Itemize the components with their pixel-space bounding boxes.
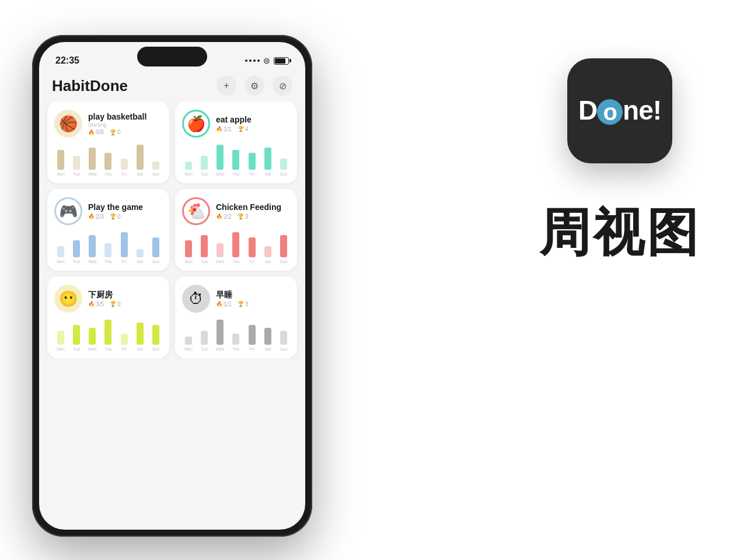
phone-screen: 22:35 ⊜ HabitDone + ⚙	[39, 42, 305, 530]
habit-header-sleep: ⏱ 早睡 🔥1/1 🏆3	[182, 285, 290, 313]
bar-day-label: Tue	[201, 347, 208, 351]
bar-col: Sun	[277, 159, 290, 176]
habit-stats-game: 🔥2/3 🏆0	[88, 214, 162, 220]
bar-day-label: Wed	[88, 347, 96, 351]
phone-mockup: 22:35 ⊜ HabitDone + ⚙	[32, 35, 336, 548]
bar	[104, 320, 111, 345]
habit-stats-sleep: 🔥1/1 🏆3	[216, 301, 290, 307]
bar-col: Sun	[149, 162, 162, 176]
bar-day-label: Thu	[232, 260, 239, 264]
bar	[249, 325, 256, 345]
progress-stat-apple: 🔥1/1	[216, 126, 232, 132]
bar-day-label: Mon	[57, 260, 65, 264]
habit-header-game: 🎮 Play the game 🔥2/3 🏆0	[54, 197, 162, 225]
bar-col: Fri	[118, 232, 131, 264]
habit-name-chicken: Chicken Feeding	[216, 202, 290, 212]
habit-card-chicken[interactable]: 🐔 Chicken Feeding 🔥2/2 🏆3 MonTueWedThuFr…	[175, 189, 297, 271]
right-panel: Done! 周视图	[539, 58, 700, 268]
bar-day-label: Mon	[57, 172, 65, 176]
bar	[280, 159, 287, 170]
bar-day-label: Sun	[152, 347, 159, 351]
bar	[121, 232, 128, 257]
streak-stat-game: 🏆0	[110, 214, 121, 220]
bar-col: Fri	[246, 325, 259, 351]
bar-day-label: Fri	[250, 260, 254, 264]
signal-icon	[245, 60, 260, 62]
bar-col: Wed	[214, 320, 226, 351]
bar-col: Thu	[102, 243, 114, 264]
app-icon-label: Done!	[578, 97, 661, 125]
bar	[137, 249, 144, 257]
bar-chart-cook: MonTueWedThuFriSatSun	[54, 317, 162, 352]
progress-stat-sleep: 🔥1/1	[216, 301, 232, 307]
bar-day-label: Sat	[265, 347, 271, 351]
bar-col: Mon	[54, 150, 67, 176]
bar-col: Wed	[214, 145, 226, 176]
habit-info-basketball: play basketball Starting 🔥0/8 🏆0	[88, 112, 162, 136]
bar-day-label: Thu	[104, 260, 111, 264]
bar-chart-apple: MonTueWedThuFriSatSun	[182, 142, 290, 177]
bar	[185, 240, 192, 257]
bar-day-label: Sat	[265, 260, 271, 264]
bar	[89, 148, 96, 170]
bar	[185, 337, 192, 345]
bar-col: Tue	[198, 235, 211, 264]
bar	[137, 323, 144, 345]
habit-card-sleep[interactable]: ⏱ 早睡 🔥1/1 🏆3 MonTueWedThuFriSatSun	[175, 276, 297, 358]
app-title: HabitDone	[52, 77, 128, 95]
bar-col: Thu	[229, 334, 242, 351]
bar-col: Sat	[261, 246, 274, 264]
bar-day-label: Wed	[216, 260, 224, 264]
bar-chart-sleep: MonTueWedThuFriSatSun	[182, 317, 290, 352]
bar-col: Sun	[149, 325, 162, 351]
habit-card-cook[interactable]: 😶 下厨房 🔥3/5 🏆0 MonTueWedThuFriSatSun	[47, 276, 169, 358]
progress-stat-cook: 🔥3/5	[88, 301, 104, 307]
bar-col: Thu	[229, 150, 242, 176]
status-time: 22:35	[55, 55, 79, 66]
bar-day-label: Fri	[250, 347, 254, 351]
bar-day-label: Sun	[152, 260, 159, 264]
bar-day-label: Fri	[122, 172, 127, 176]
habit-card-apple[interactable]: 🍎 eat apple 🔥1/1 🏆4 MonTueWedThuFriSatSu…	[175, 102, 297, 183]
habit-name-cook: 下厨房	[88, 290, 162, 300]
filter-button[interactable]: ⊘	[273, 76, 292, 96]
bar-day-label: Sun	[280, 172, 287, 176]
bar-col: Mon	[182, 162, 195, 176]
bar-col: Sat	[261, 148, 274, 176]
bar-day-label: Wed	[88, 172, 96, 176]
bar-day-label: Mon	[184, 347, 193, 351]
habit-header-chicken: 🐔 Chicken Feeding 🔥2/2 🏆3	[182, 197, 290, 225]
bar	[201, 156, 208, 170]
streak-stat: 🏆0	[110, 129, 121, 135]
bar	[104, 153, 111, 170]
bar	[57, 331, 64, 345]
bar-col: Thu	[102, 320, 114, 351]
bar-day-label: Wed	[216, 347, 224, 351]
bar	[201, 235, 208, 257]
add-button[interactable]: +	[217, 76, 236, 96]
header-actions: + ⚙ ⊘	[217, 76, 292, 96]
progress-stat-chicken: 🔥2/2	[216, 214, 232, 220]
bar-col: Tue	[198, 331, 211, 351]
bar-col: Wed	[214, 243, 226, 264]
habit-card-game[interactable]: 🎮 Play the game 🔥2/3 🏆0 MonTueWedThuFriS…	[47, 189, 169, 271]
bar	[217, 243, 224, 257]
habit-info-chicken: Chicken Feeding 🔥2/2 🏆3	[216, 202, 290, 220]
bar	[280, 235, 287, 257]
bar	[249, 153, 256, 170]
bar-col: Thu	[102, 153, 114, 176]
habit-info-sleep: 早睡 🔥1/1 🏆3	[216, 290, 290, 307]
bar-col: Fri	[118, 159, 131, 176]
battery-icon	[274, 57, 289, 65]
bar	[232, 334, 239, 345]
settings-button[interactable]: ⚙	[245, 76, 264, 96]
bar-day-label: Tue	[73, 260, 80, 264]
bar	[264, 328, 271, 345]
bar-day-label: Wed	[88, 260, 96, 264]
bar-col: Wed	[86, 148, 99, 176]
bar-day-label: Thu	[104, 172, 111, 176]
habit-header-basketball: 🏀 play basketball Starting 🔥0/8 🏆0	[54, 110, 162, 138]
bar-day-label: Sun	[152, 172, 159, 176]
bar	[280, 331, 287, 345]
habit-card-basketball[interactable]: 🏀 play basketball Starting 🔥0/8 🏆0 MonTu…	[47, 102, 169, 183]
